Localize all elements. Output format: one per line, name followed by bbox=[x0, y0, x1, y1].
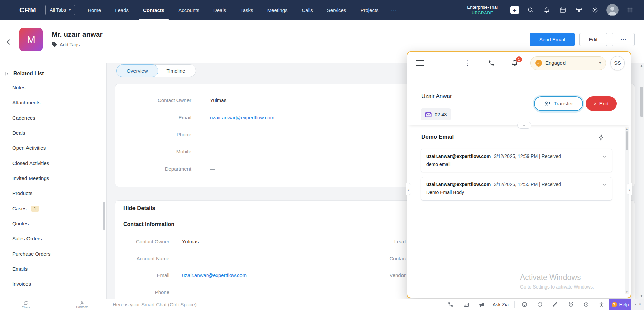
sidebar-item-deals[interactable]: Deals bbox=[0, 125, 106, 140]
end-call-button[interactable]: × End bbox=[586, 96, 617, 111]
hamburger-menu-icon[interactable] bbox=[5, 3, 18, 17]
nav-item-home[interactable]: Home bbox=[80, 0, 108, 20]
all-tabs-dropdown[interactable]: All Tabs ▾ bbox=[45, 5, 75, 15]
calendar-button[interactable] bbox=[556, 3, 570, 17]
dialer-button[interactable] bbox=[443, 299, 459, 310]
agent-avatar[interactable]: SS bbox=[610, 56, 625, 70]
ask-zia-button[interactable]: Ask Zia bbox=[493, 302, 509, 307]
quick-actions-button[interactable] bbox=[595, 131, 607, 143]
sidebar-scrollbar[interactable] bbox=[103, 202, 105, 230]
sidebar-item-invited-meetings[interactable]: Invited Meetings bbox=[0, 171, 106, 186]
sidebar-item-notes[interactable]: Notes bbox=[0, 80, 106, 95]
sidebar-item-attachments[interactable]: Attachments bbox=[0, 95, 106, 110]
sidebar-item-products[interactable]: Products bbox=[0, 186, 106, 201]
sidebar-item-quotes[interactable]: Quotes bbox=[0, 216, 106, 231]
tab-timeline[interactable]: Timeline bbox=[152, 64, 196, 77]
more-actions-button[interactable]: ⋯ bbox=[612, 33, 635, 46]
chevron-down-icon[interactable] bbox=[602, 182, 607, 187]
user-avatar[interactable] bbox=[606, 4, 619, 16]
page-scroll-thumb[interactable] bbox=[640, 87, 643, 117]
email-card-header[interactable]: uzair.anwar@expertflow.com 3/12/2025, 12… bbox=[421, 177, 612, 187]
scroll-right-icon[interactable]: ▼ bbox=[639, 303, 642, 306]
field-label: Account Name bbox=[115, 256, 169, 261]
header-actions: Send Email Edit ⋯ bbox=[530, 33, 635, 46]
zia-smiley-button[interactable] bbox=[517, 299, 532, 310]
contact-card-button[interactable] bbox=[459, 299, 474, 310]
scroll-down-icon[interactable]: ▼ bbox=[639, 295, 644, 298]
plus-icon: + bbox=[510, 6, 519, 14]
add-tags-button[interactable]: Add Tags bbox=[52, 42, 80, 47]
widget-phone-button[interactable] bbox=[488, 60, 495, 67]
search-button[interactable] bbox=[524, 3, 537, 17]
nav-item-meetings[interactable]: Meetings bbox=[260, 0, 295, 20]
refresh-icon bbox=[537, 302, 543, 307]
scroll-corner[interactable]: ▲ ▼ bbox=[631, 299, 644, 310]
scroll-up-icon[interactable]: ▲ bbox=[625, 128, 629, 130]
email-card-header[interactable]: uzair.anwar@expertflow.com 3/12/2025, 12… bbox=[421, 149, 612, 159]
nav-item-leads[interactable]: Leads bbox=[108, 0, 136, 20]
email-card: uzair.anwar@expertflow.com 3/12/2025, 12… bbox=[421, 177, 612, 201]
back-button[interactable] bbox=[5, 37, 15, 47]
signature-button[interactable] bbox=[547, 299, 563, 310]
sidebar-item-cases[interactable]: Cases 1 bbox=[0, 201, 106, 216]
sidebar-item-invoices[interactable]: Invoices bbox=[0, 276, 106, 292]
chats-button[interactable]: Chats bbox=[14, 300, 38, 309]
sidebar-item-emails[interactable]: Emails bbox=[0, 261, 106, 276]
settings-button[interactable] bbox=[588, 3, 602, 17]
chevron-down-icon[interactable] bbox=[602, 154, 607, 159]
notifications-button[interactable] bbox=[540, 3, 553, 17]
marketplace-button[interactable] bbox=[572, 3, 586, 17]
nav-item-tasks[interactable]: Tasks bbox=[233, 0, 260, 20]
email-link[interactable]: uzair.anwar@expertflow.com bbox=[182, 272, 247, 278]
scroll-left-icon[interactable]: ▲ bbox=[634, 303, 637, 306]
send-email-button[interactable]: Send Email bbox=[530, 33, 575, 46]
smart-chat-input[interactable] bbox=[113, 302, 439, 307]
sidebar-item-closed-activities[interactable]: Closed Activities bbox=[0, 156, 106, 171]
widget-menu-icon[interactable] bbox=[416, 60, 424, 66]
widget-scrollbar[interactable]: ▲ ▼ bbox=[625, 127, 629, 294]
upgrade-link[interactable]: UPGRADE bbox=[467, 10, 498, 16]
hide-details-toggle[interactable]: Hide Details bbox=[123, 203, 155, 213]
nav-item-deals[interactable]: Deals bbox=[206, 0, 233, 20]
sidebar-item-open-activities[interactable]: Open Activities bbox=[0, 140, 106, 156]
nav-item-calls[interactable]: Calls bbox=[295, 0, 320, 20]
apps-grid-button[interactable] bbox=[623, 3, 637, 17]
collapse-sidebar-icon[interactable] bbox=[5, 71, 10, 76]
nav-item-contacts[interactable]: Contacts bbox=[136, 0, 171, 20]
right-column-label: Contac bbox=[338, 256, 406, 261]
email-link[interactable]: uzair.anwar@expertflow.com bbox=[210, 115, 274, 120]
widget-expand-handle-left[interactable]: › bbox=[406, 183, 411, 195]
scroll-down-icon[interactable]: ▼ bbox=[625, 291, 629, 294]
divider bbox=[514, 301, 515, 308]
email-body: Demo Email Body bbox=[421, 187, 612, 195]
announcements-button[interactable] bbox=[474, 299, 489, 310]
widget-scroll-thumb[interactable] bbox=[626, 131, 628, 150]
contacts-button[interactable]: Contacts bbox=[70, 300, 94, 309]
collapse-call-section-button[interactable] bbox=[517, 122, 531, 129]
nav-more-button[interactable]: ⋯ bbox=[386, 0, 402, 20]
sidebar-item-sales-orders[interactable]: Sales Orders bbox=[0, 231, 106, 246]
help-button[interactable]: ? Help bbox=[609, 299, 631, 310]
caret-down-icon: ▾ bbox=[69, 8, 71, 12]
reminders-button[interactable] bbox=[563, 299, 578, 310]
sidebar-item-purchase-orders[interactable]: Purchase Orders bbox=[0, 246, 106, 261]
history-button[interactable] bbox=[578, 299, 594, 310]
nav-item-accounts[interactable]: Accounts bbox=[171, 0, 206, 20]
widget-collapse-handle-right[interactable]: ‹ bbox=[627, 183, 632, 195]
phone-icon bbox=[488, 60, 495, 67]
nav-item-projects[interactable]: Projects bbox=[353, 0, 385, 20]
dots-vertical-icon[interactable]: ⋮ bbox=[464, 60, 471, 66]
accessibility-button[interactable] bbox=[594, 299, 609, 310]
transfer-button[interactable]: Transfer bbox=[534, 96, 583, 111]
scroll-up-icon[interactable]: ▲ bbox=[639, 64, 644, 67]
tab-overview[interactable]: Overview bbox=[116, 64, 158, 77]
sidebar-item-cadences[interactable]: Cadences bbox=[0, 110, 106, 125]
sync-button[interactable] bbox=[532, 299, 547, 310]
nav-item-services[interactable]: Services bbox=[320, 0, 354, 20]
page-scrollbar[interactable]: ▲ ▼ bbox=[639, 63, 644, 299]
trial-label: Enterprise-Trial bbox=[467, 4, 498, 10]
edit-button[interactable]: Edit bbox=[579, 33, 607, 46]
agent-status-dropdown[interactable]: ✓ Engaged ▾ bbox=[530, 56, 606, 70]
widget-notifications-button[interactable]: 1 bbox=[511, 59, 518, 67]
create-button[interactable]: + bbox=[508, 3, 521, 17]
